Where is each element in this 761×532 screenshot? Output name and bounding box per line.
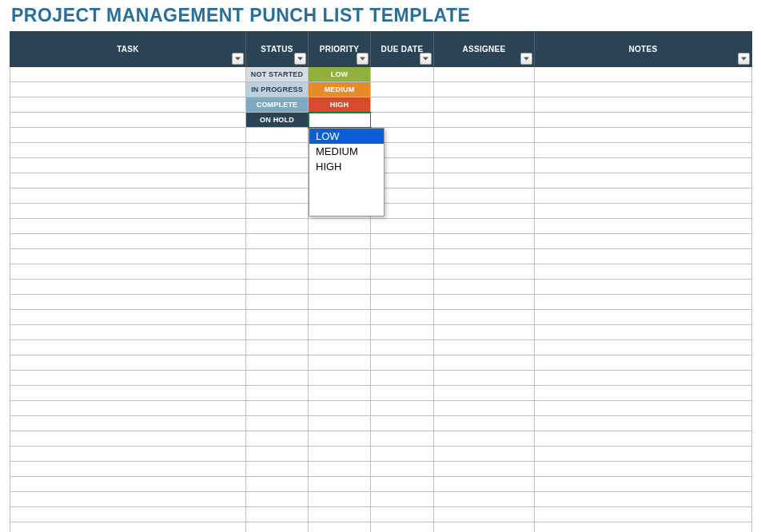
cell-empty[interactable] [434, 158, 535, 173]
col-header-priority[interactable]: PRIORITY [309, 32, 371, 67]
cell-empty[interactable] [371, 477, 434, 492]
cell-empty[interactable] [371, 355, 434, 371]
cell-empty[interactable] [434, 371, 535, 386]
cell-empty[interactable] [535, 355, 752, 371]
cell-empty[interactable] [246, 234, 309, 249]
cell-empty[interactable] [309, 325, 371, 340]
cell-empty[interactable] [246, 477, 309, 492]
cell-empty[interactable] [10, 477, 246, 492]
cell-notes[interactable] [535, 67, 752, 82]
cell-empty[interactable] [434, 340, 535, 355]
cell-empty[interactable] [10, 431, 246, 447]
dropdown-option[interactable]: HIGH [309, 159, 384, 174]
col-header-assignee[interactable]: ASSIGNEE [434, 32, 535, 67]
cell-empty[interactable] [309, 522, 371, 533]
cell-empty[interactable] [10, 416, 246, 431]
cell-empty[interactable] [10, 128, 246, 143]
cell-empty[interactable] [10, 264, 246, 280]
cell-empty[interactable] [309, 310, 371, 325]
cell-empty[interactable] [434, 386, 535, 401]
cell-empty[interactable] [434, 128, 535, 143]
cell-empty[interactable] [535, 431, 752, 447]
cell-empty[interactable] [371, 249, 434, 264]
cell-empty[interactable] [10, 310, 246, 325]
filter-button-due-date[interactable] [420, 53, 432, 65]
cell-empty[interactable] [371, 522, 434, 533]
cell-empty[interactable] [10, 173, 246, 189]
cell-task[interactable] [10, 67, 246, 82]
dropdown-list[interactable]: LOWMEDIUMHIGH [309, 128, 384, 216]
cell-empty[interactable] [246, 355, 309, 371]
cell-empty[interactable] [10, 447, 246, 462]
col-header-notes[interactable]: NOTES [535, 32, 752, 67]
cell-empty[interactable] [434, 325, 535, 340]
cell-notes[interactable] [535, 113, 752, 128]
cell-empty[interactable] [309, 295, 371, 310]
cell-status[interactable]: COMPLETE [246, 97, 309, 113]
cell-empty[interactable] [309, 340, 371, 355]
cell-empty[interactable] [246, 401, 309, 416]
cell-empty[interactable] [246, 340, 309, 355]
cell-empty[interactable] [535, 204, 752, 219]
cell-empty[interactable] [246, 386, 309, 401]
filter-button-notes[interactable] [738, 53, 750, 65]
cell-empty[interactable] [246, 280, 309, 295]
cell-empty[interactable] [371, 264, 434, 280]
cell-empty[interactable] [246, 295, 309, 310]
cell-empty[interactable] [535, 264, 752, 280]
cell-status[interactable]: IN PROGRESS [246, 82, 309, 97]
cell-empty[interactable] [309, 492, 371, 507]
cell-empty[interactable] [535, 249, 752, 264]
cell-empty[interactable] [434, 280, 535, 295]
cell-empty[interactable] [434, 477, 535, 492]
cell-empty[interactable] [371, 295, 434, 310]
cell-empty[interactable] [535, 143, 752, 158]
cell-empty[interactable] [434, 492, 535, 507]
cell-empty[interactable] [535, 280, 752, 295]
filter-button-assignee[interactable] [520, 53, 532, 65]
cell-empty[interactable] [434, 401, 535, 416]
cell-empty[interactable] [10, 507, 246, 522]
cell-empty[interactable] [535, 219, 752, 234]
dropdown-option[interactable]: MEDIUM [309, 144, 384, 159]
cell-empty[interactable] [434, 416, 535, 431]
cell-empty[interactable] [371, 340, 434, 355]
cell-priority[interactable]: MEDIUM [309, 82, 371, 97]
cell-priority[interactable]: HIGH [309, 97, 371, 113]
cell-status[interactable]: NOT STARTED [246, 67, 309, 82]
cell-empty[interactable] [10, 204, 246, 219]
cell-empty[interactable] [371, 310, 434, 325]
cell-empty[interactable] [246, 462, 309, 477]
cell-empty[interactable] [10, 219, 246, 234]
cell-empty[interactable] [10, 462, 246, 477]
cell-empty[interactable] [371, 416, 434, 431]
cell-empty[interactable] [246, 310, 309, 325]
cell-empty[interactable] [535, 416, 752, 431]
cell-empty[interactable] [371, 280, 434, 295]
cell-empty[interactable] [434, 447, 535, 462]
cell-empty[interactable] [246, 325, 309, 340]
col-header-status[interactable]: STATUS [246, 32, 309, 67]
cell-empty[interactable] [309, 219, 371, 234]
cell-empty[interactable] [246, 416, 309, 431]
cell-due-date[interactable] [371, 97, 434, 113]
cell-empty[interactable] [10, 143, 246, 158]
cell-empty[interactable] [10, 522, 246, 533]
cell-due-date[interactable] [371, 113, 434, 128]
cell-empty[interactable] [434, 249, 535, 264]
cell-empty[interactable] [246, 507, 309, 522]
cell-empty[interactable] [10, 249, 246, 264]
cell-empty[interactable] [10, 401, 246, 416]
cell-status[interactable]: ON HOLD [246, 113, 309, 128]
cell-empty[interactable] [246, 128, 309, 143]
cell-task[interactable] [10, 113, 246, 128]
cell-empty[interactable] [309, 386, 371, 401]
cell-empty[interactable] [371, 507, 434, 522]
cell-empty[interactable] [371, 219, 434, 234]
cell-empty[interactable] [246, 264, 309, 280]
cell-empty[interactable] [535, 158, 752, 173]
cell-empty[interactable] [309, 477, 371, 492]
cell-empty[interactable] [434, 173, 535, 189]
cell-empty[interactable] [309, 264, 371, 280]
cell-empty[interactable] [371, 447, 434, 462]
